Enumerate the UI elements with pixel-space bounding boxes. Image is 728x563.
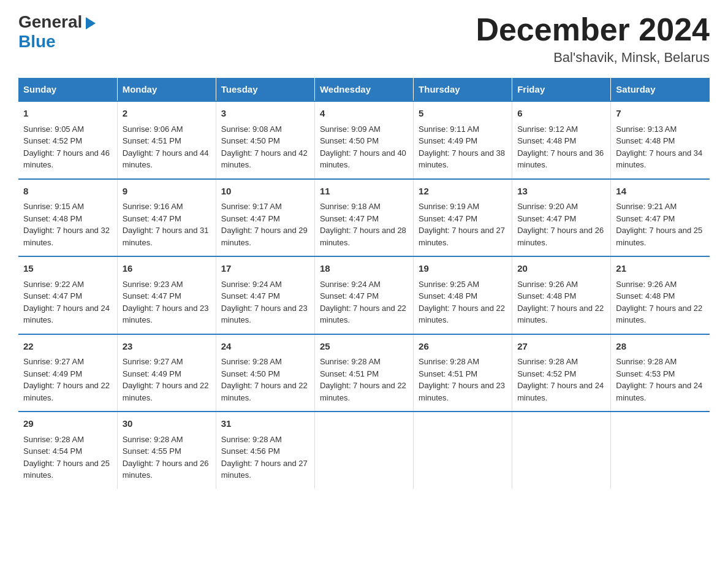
day-number: 17 [221,262,309,276]
col-saturday: Saturday [611,78,710,101]
calendar-cell: 4Sunrise: 9:09 AMSunset: 4:50 PMDaylight… [314,101,413,179]
calendar-cell: 27Sunrise: 9:28 AMSunset: 4:52 PMDayligh… [512,334,611,412]
day-info: Sunrise: 9:20 AMSunset: 4:47 PMDaylight:… [517,202,604,247]
day-number: 23 [123,340,211,354]
calendar-cell: 10Sunrise: 9:17 AMSunset: 4:47 PMDayligh… [216,179,314,257]
day-number: 8 [23,185,112,199]
calendar-cell [512,412,611,489]
day-info: Sunrise: 9:08 AMSunset: 4:50 PMDaylight:… [221,124,308,170]
calendar-title: December 2024 [476,12,710,47]
calendar-week-row: 15Sunrise: 9:22 AMSunset: 4:47 PMDayligh… [18,256,710,334]
day-number: 28 [616,340,705,354]
day-number: 21 [616,262,705,276]
day-number: 29 [23,417,112,431]
col-monday: Monday [117,78,216,101]
day-info: Sunrise: 9:06 AMSunset: 4:51 PMDaylight:… [123,124,209,170]
day-info: Sunrise: 9:28 AMSunset: 4:52 PMDaylight:… [517,357,604,402]
calendar-cell: 13Sunrise: 9:20 AMSunset: 4:47 PMDayligh… [512,179,611,257]
day-info: Sunrise: 9:26 AMSunset: 4:48 PMDaylight:… [517,280,604,325]
day-info: Sunrise: 9:15 AMSunset: 4:48 PMDaylight:… [23,202,110,247]
day-info: Sunrise: 9:27 AMSunset: 4:49 PMDaylight:… [23,357,110,402]
calendar-cell: 6Sunrise: 9:12 AMSunset: 4:48 PMDaylight… [512,101,611,179]
calendar-week-row: 8Sunrise: 9:15 AMSunset: 4:48 PMDaylight… [18,179,710,257]
calendar-header: Sunday Monday Tuesday Wednesday Thursday… [18,78,710,101]
day-info: Sunrise: 9:28 AMSunset: 4:50 PMDaylight:… [221,357,308,402]
day-info: Sunrise: 9:28 AMSunset: 4:51 PMDaylight:… [320,357,406,402]
day-info: Sunrise: 9:26 AMSunset: 4:48 PMDaylight:… [616,280,702,325]
calendar-cell: 19Sunrise: 9:25 AMSunset: 4:48 PMDayligh… [414,256,512,334]
calendar-body: 1Sunrise: 9:05 AMSunset: 4:52 PMDaylight… [18,101,710,489]
day-info: Sunrise: 9:28 AMSunset: 4:51 PMDaylight:… [419,357,505,402]
day-number: 14 [616,185,705,199]
logo-blue-text: Blue [18,32,56,51]
day-number: 3 [221,107,309,121]
day-number: 7 [616,107,705,121]
day-info: Sunrise: 9:21 AMSunset: 4:47 PMDaylight:… [616,202,702,247]
day-number: 18 [320,262,408,276]
calendar-cell: 24Sunrise: 9:28 AMSunset: 4:50 PMDayligh… [216,334,314,412]
calendar-cell: 30Sunrise: 9:28 AMSunset: 4:55 PMDayligh… [117,412,216,489]
calendar-cell: 2Sunrise: 9:06 AMSunset: 4:51 PMDaylight… [117,101,216,179]
day-number: 10 [221,185,309,199]
col-friday: Friday [512,78,611,101]
day-info: Sunrise: 9:05 AMSunset: 4:52 PMDaylight:… [23,124,110,170]
day-info: Sunrise: 9:23 AMSunset: 4:47 PMDaylight:… [123,280,209,325]
calendar-cell: 22Sunrise: 9:27 AMSunset: 4:49 PMDayligh… [18,334,117,412]
day-info: Sunrise: 9:24 AMSunset: 4:47 PMDaylight:… [221,280,308,325]
calendar-cell: 28Sunrise: 9:28 AMSunset: 4:53 PMDayligh… [611,334,710,412]
day-number: 20 [517,262,605,276]
day-number: 15 [23,262,112,276]
calendar-cell [611,412,710,489]
col-wednesday: Wednesday [314,78,413,101]
day-info: Sunrise: 9:22 AMSunset: 4:47 PMDaylight:… [23,280,110,325]
day-number: 9 [123,185,211,199]
day-info: Sunrise: 9:13 AMSunset: 4:48 PMDaylight:… [616,124,702,170]
calendar-cell: 1Sunrise: 9:05 AMSunset: 4:52 PMDaylight… [18,101,117,179]
svg-marker-0 [86,17,96,29]
calendar-cell: 3Sunrise: 9:08 AMSunset: 4:50 PMDaylight… [216,101,314,179]
calendar-cell: 15Sunrise: 9:22 AMSunset: 4:47 PMDayligh… [18,256,117,334]
day-number: 22 [23,340,112,354]
day-info: Sunrise: 9:28 AMSunset: 4:55 PMDaylight:… [123,435,209,480]
calendar-cell: 31Sunrise: 9:28 AMSunset: 4:56 PMDayligh… [216,412,314,489]
day-number: 2 [123,107,211,121]
col-thursday: Thursday [414,78,512,101]
header-row: Sunday Monday Tuesday Wednesday Thursday… [18,78,710,101]
day-info: Sunrise: 9:17 AMSunset: 4:47 PMDaylight:… [221,202,308,247]
calendar-cell: 25Sunrise: 9:28 AMSunset: 4:51 PMDayligh… [314,334,413,412]
day-number: 24 [221,340,309,354]
day-number: 26 [419,340,507,354]
calendar-week-row: 22Sunrise: 9:27 AMSunset: 4:49 PMDayligh… [18,334,710,412]
day-number: 5 [419,107,507,121]
day-info: Sunrise: 9:16 AMSunset: 4:47 PMDaylight:… [123,202,209,247]
day-info: Sunrise: 9:28 AMSunset: 4:56 PMDaylight:… [221,435,308,480]
calendar-cell: 5Sunrise: 9:11 AMSunset: 4:49 PMDaylight… [414,101,512,179]
col-tuesday: Tuesday [216,78,314,101]
day-info: Sunrise: 9:11 AMSunset: 4:49 PMDaylight:… [419,124,505,170]
day-number: 31 [221,417,309,431]
day-number: 12 [419,185,507,199]
calendar-cell [314,412,413,489]
day-info: Sunrise: 9:19 AMSunset: 4:47 PMDaylight:… [419,202,505,247]
col-sunday: Sunday [18,78,117,101]
day-number: 16 [123,262,211,276]
calendar-cell: 7Sunrise: 9:13 AMSunset: 4:48 PMDaylight… [611,101,710,179]
day-info: Sunrise: 9:25 AMSunset: 4:48 PMDaylight:… [419,280,505,325]
day-number: 11 [320,185,408,199]
calendar-cell: 11Sunrise: 9:18 AMSunset: 4:47 PMDayligh… [314,179,413,257]
calendar-week-row: 1Sunrise: 9:05 AMSunset: 4:52 PMDaylight… [18,101,710,179]
logo-general-text: General [18,12,82,32]
day-info: Sunrise: 9:09 AMSunset: 4:50 PMDaylight:… [320,124,406,170]
day-number: 1 [23,107,112,121]
day-number: 30 [123,417,211,431]
logo: General Blue [18,12,97,52]
day-info: Sunrise: 9:18 AMSunset: 4:47 PMDaylight:… [320,202,406,247]
day-number: 6 [517,107,605,121]
calendar-table: Sunday Monday Tuesday Wednesday Thursday… [18,78,710,489]
day-info: Sunrise: 9:24 AMSunset: 4:47 PMDaylight:… [320,280,406,325]
calendar-cell: 14Sunrise: 9:21 AMSunset: 4:47 PMDayligh… [611,179,710,257]
day-info: Sunrise: 9:27 AMSunset: 4:49 PMDaylight:… [123,357,209,402]
day-info: Sunrise: 9:28 AMSunset: 4:53 PMDaylight:… [616,357,702,402]
calendar-cell: 23Sunrise: 9:27 AMSunset: 4:49 PMDayligh… [117,334,216,412]
calendar-cell: 26Sunrise: 9:28 AMSunset: 4:51 PMDayligh… [414,334,512,412]
